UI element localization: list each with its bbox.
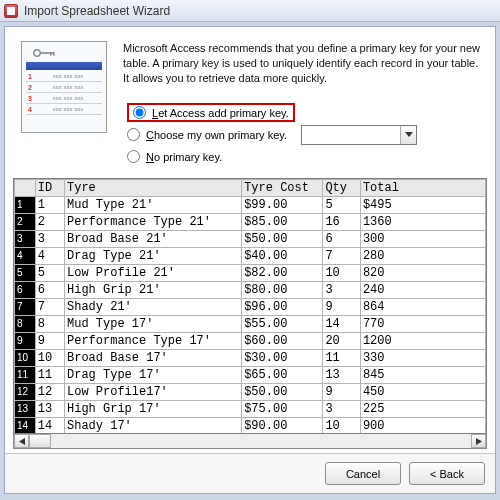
cell-tyre: Broad Base 17' — [65, 349, 242, 366]
cell-total: 330 — [360, 349, 485, 366]
table-row[interactable]: 44Drag Type 21'$40.007280 — [15, 247, 486, 264]
cell-qty: 10 — [323, 264, 361, 281]
table-row[interactable]: 1414Shady 17'$90.0010900 — [15, 417, 486, 434]
cell-tyre: Drag Type 21' — [65, 247, 242, 264]
column-header[interactable]: ID — [35, 179, 64, 196]
horizontal-scrollbar[interactable] — [13, 434, 487, 449]
row-header-blank — [15, 179, 36, 196]
app-icon — [4, 4, 18, 18]
cell-cost: $60.00 — [242, 332, 323, 349]
cell-total: 845 — [360, 366, 485, 383]
table-row[interactable]: 1313High Grip 17'$75.003225 — [15, 400, 486, 417]
svg-point-0 — [34, 50, 40, 56]
cell-tyre: Low Profile17' — [65, 383, 242, 400]
column-header[interactable]: Total — [360, 179, 485, 196]
table-row[interactable]: 77Shady 21'$96.009864 — [15, 298, 486, 315]
cell-cost: $99.00 — [242, 196, 323, 213]
chevron-down-icon — [400, 126, 416, 144]
cancel-button[interactable]: Cancel — [325, 462, 401, 485]
cell-qty: 5 — [323, 196, 361, 213]
illus-row: 1xxx xxx xxx — [26, 71, 102, 82]
cell-cost: $90.00 — [242, 417, 323, 434]
radio-no-key-label[interactable]: No primary key. — [146, 151, 222, 163]
cell-qty: 3 — [323, 400, 361, 417]
cell-total: 770 — [360, 315, 485, 332]
titlebar: Import Spreadsheet Wizard — [0, 0, 500, 22]
row-number: 4 — [15, 247, 36, 264]
cell-total: 900 — [360, 417, 485, 434]
radio-let-access-label[interactable]: Let Access add primary key. — [152, 107, 289, 119]
cell-total: 280 — [360, 247, 485, 264]
cell-cost: $85.00 — [242, 213, 323, 230]
cell-cost: $80.00 — [242, 281, 323, 298]
cell-tyre: Performance Type 17' — [65, 332, 242, 349]
table-row[interactable]: 22Performance Type 21'$85.00161360 — [15, 213, 486, 230]
table-row[interactable]: 55Low Profile 21'$82.0010820 — [15, 264, 486, 281]
svg-rect-3 — [53, 52, 55, 55]
row-number: 2 — [15, 213, 36, 230]
table-row[interactable]: 66High Grip 21'$80.003240 — [15, 281, 486, 298]
cell-id: 12 — [35, 383, 64, 400]
cell-tyre: High Grip 21' — [65, 281, 242, 298]
radio-choose-own-label[interactable]: Choose my own primary key. — [146, 129, 287, 141]
column-header[interactable]: Tyre Cost — [242, 179, 323, 196]
cell-cost: $75.00 — [242, 400, 323, 417]
cell-id: 8 — [35, 315, 64, 332]
cell-tyre: Performance Type 21' — [65, 213, 242, 230]
scroll-left-icon[interactable] — [14, 434, 29, 448]
cell-id: 13 — [35, 400, 64, 417]
row-number: 3 — [15, 230, 36, 247]
cell-cost: $96.00 — [242, 298, 323, 315]
cell-qty: 14 — [323, 315, 361, 332]
cell-cost: $50.00 — [242, 383, 323, 400]
row-number: 10 — [15, 349, 36, 366]
illus-row: 3xxx xxx xxx — [26, 93, 102, 104]
window-title: Import Spreadsheet Wizard — [24, 4, 170, 18]
svg-marker-5 — [19, 438, 25, 445]
table-row[interactable]: 1111Drag Type 17'$65.0013845 — [15, 366, 486, 383]
wizard-footer: Cancel < Back — [5, 453, 495, 493]
scroll-right-icon[interactable] — [471, 434, 486, 448]
table-row[interactable]: 33Broad Base 21'$50.006300 — [15, 230, 486, 247]
cell-id: 3 — [35, 230, 64, 247]
cell-total: $495 — [360, 196, 485, 213]
primary-key-field-select[interactable] — [301, 125, 417, 145]
cell-id: 2 — [35, 213, 64, 230]
row-number: 8 — [15, 315, 36, 332]
illus-row: 4xxx xxx xxx — [26, 104, 102, 115]
row-number: 7 — [15, 298, 36, 315]
column-header[interactable]: Qty — [323, 179, 361, 196]
svg-rect-1 — [40, 52, 54, 54]
table-row[interactable]: 1010Broad Base 17'$30.0011330 — [15, 349, 486, 366]
radio-no-key[interactable] — [127, 150, 140, 163]
row-number: 1 — [15, 196, 36, 213]
cell-id: 5 — [35, 264, 64, 281]
cell-id: 10 — [35, 349, 64, 366]
cell-qty: 9 — [323, 383, 361, 400]
cell-id: 11 — [35, 366, 64, 383]
row-number: 6 — [15, 281, 36, 298]
scroll-thumb[interactable] — [29, 434, 51, 448]
radio-choose-own[interactable] — [127, 128, 140, 141]
table-row[interactable]: 11Mud Type 21'$99.005$495 — [15, 196, 486, 213]
table-row[interactable]: 1212Low Profile17'$50.009450 — [15, 383, 486, 400]
radio-let-access[interactable] — [133, 106, 146, 119]
cell-cost: $65.00 — [242, 366, 323, 383]
illus-row: 2xxx xxx xxx — [26, 82, 102, 93]
cell-tyre: Mud Type 21' — [65, 196, 242, 213]
cell-tyre: Shady 17' — [65, 417, 242, 434]
cell-cost: $82.00 — [242, 264, 323, 281]
table-row[interactable]: 99Performance Type 17'$60.00201200 — [15, 332, 486, 349]
column-header[interactable]: Tyre — [65, 179, 242, 196]
cell-tyre: Low Profile 21' — [65, 264, 242, 281]
back-button[interactable]: < Back — [409, 462, 485, 485]
row-number: 14 — [15, 417, 36, 434]
wizard-dialog: 1xxx xxx xxx2xxx xxx xxx3xxx xxx xxx4xxx… — [4, 26, 496, 494]
cell-tyre: High Grip 17' — [65, 400, 242, 417]
row-number: 5 — [15, 264, 36, 281]
explain-text: Microsoft Access recommends that you def… — [123, 41, 485, 86]
row-number: 9 — [15, 332, 36, 349]
cell-cost: $55.00 — [242, 315, 323, 332]
row-number: 11 — [15, 366, 36, 383]
table-row[interactable]: 88Mud Type 17'$55.0014770 — [15, 315, 486, 332]
